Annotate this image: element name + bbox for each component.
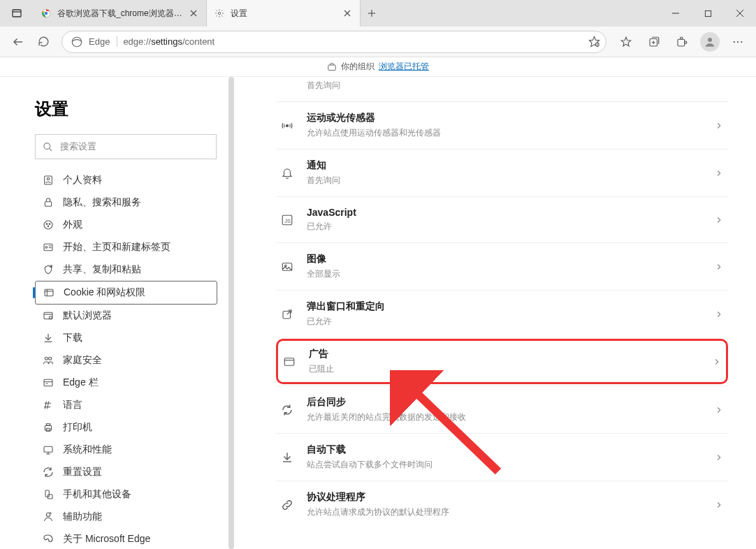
setting-sub: 首先询问 [307, 80, 724, 92]
setting-item-0[interactable]: 首先询问 [276, 77, 728, 101]
sidebar-item-6[interactable]: 默认浏览器 [35, 305, 217, 327]
chevron-right-icon [714, 121, 724, 131]
setting-title: 自动下载 [307, 444, 702, 456]
setting-item-js[interactable]: JSJavaScript已允许 [276, 196, 728, 242]
svg-rect-54 [44, 379, 52, 386]
svg-point-30 [737, 41, 739, 42]
svg-rect-26 [681, 37, 683, 39]
setting-item-download[interactable]: 自动下载站点尝试自动下载多个文件时询问 [276, 433, 728, 481]
settings-content: 首先询问运动或光传感器允许站点使用运动传感器和光传感器通知首先询问JSJavaS… [234, 77, 756, 549]
svg-point-28 [708, 38, 712, 42]
sidebar-item-15[interactable]: 辅助功能 [35, 506, 217, 528]
setting-title: 弹出窗口和重定向 [307, 300, 702, 313]
setting-item-ad[interactable]: 广告已阻止 [276, 339, 728, 384]
sidebar-item-5[interactable]: Cookie 和网站权限 [35, 281, 217, 305]
sidebar-scrollbar[interactable] [228, 77, 234, 549]
nav-label: 下载 [63, 332, 82, 344]
extensions-icon[interactable] [669, 29, 695, 54]
search-icon [43, 142, 53, 152]
favorites-icon[interactable] [613, 29, 639, 54]
nav-icon [43, 286, 55, 299]
sidebar-item-14[interactable]: 手机和其他设备 [35, 483, 217, 506]
nav-icon [42, 332, 54, 344]
sidebar-item-8[interactable]: 家庭安全 [35, 349, 217, 372]
nav-icon [42, 444, 54, 456]
sidebar-item-4[interactable]: 共享、复制和粘贴 [35, 258, 217, 281]
refresh-button[interactable] [31, 29, 56, 54]
setting-title: 协议处理程序 [307, 491, 702, 504]
setting-item-bell[interactable]: 通知首先询问 [276, 149, 728, 196]
setting-item-sync[interactable]: 后台同步允许最近关闭的站点完成数据的发送和接收 [276, 386, 728, 433]
sidebar-item-9[interactable]: Edge 栏 [35, 372, 217, 394]
nav-icon [42, 399, 54, 411]
new-tab-button[interactable] [361, 0, 383, 27]
favorite-button[interactable] [581, 29, 606, 54]
setting-item-sensor[interactable]: 运动或光传感器允许站点使用运动传感器和光传感器 [276, 101, 728, 149]
tab-overview-button[interactable] [0, 0, 34, 27]
sidebar-item-13[interactable]: 重置设置 [35, 461, 217, 483]
sidebar-item-0[interactable]: 个人资料 [35, 169, 217, 191]
settings-sidebar: 设置 搜索设置 个人资料隐私、搜索和服务外观开始、主页和新建标签页共享、复制和粘… [0, 77, 234, 549]
svg-line-72 [287, 310, 291, 314]
back-button[interactable] [6, 29, 31, 54]
sidebar-item-11[interactable]: 打印机 [35, 416, 217, 439]
chevron-right-icon [714, 453, 724, 462]
setting-title: JavaScript [307, 207, 702, 218]
more-icon[interactable] [725, 29, 750, 54]
sidebar-item-10[interactable]: 语言 [35, 394, 217, 416]
setting-item-protocol[interactable]: 协议处理程序允许站点请求成为协议的默认处理程序 [276, 481, 728, 528]
profile-avatar[interactable] [697, 29, 722, 54]
js-icon: JS [280, 213, 294, 227]
setting-title: 广告 [309, 348, 699, 360]
banner-link[interactable]: 浏览器已托管 [379, 61, 429, 73]
svg-marker-21 [621, 37, 631, 46]
svg-point-6 [218, 12, 221, 15]
sidebar-item-2[interactable]: 外观 [35, 214, 217, 236]
nav-label: 手机和其他设备 [63, 488, 131, 501]
tab-settings[interactable]: 设置 [207, 0, 361, 27]
svg-rect-37 [45, 202, 51, 207]
svg-point-29 [734, 41, 735, 42]
address-bar[interactable]: Edge edge://settings/content [61, 31, 606, 53]
svg-point-38 [44, 221, 52, 229]
svg-rect-58 [46, 424, 50, 426]
setting-title: 通知 [307, 159, 702, 172]
close-icon[interactable] [342, 8, 353, 19]
nav-icon [42, 354, 54, 367]
svg-point-43 [45, 247, 48, 249]
nav-icon [42, 376, 54, 389]
image-icon [280, 260, 294, 274]
chevron-right-icon [714, 215, 724, 225]
setting-item-image[interactable]: 图像全部显示 [276, 242, 728, 290]
svg-rect-44 [45, 289, 53, 295]
minimize-button[interactable] [660, 0, 692, 27]
nav-label: Edge 栏 [63, 376, 99, 389]
svg-rect-63 [45, 490, 49, 497]
search-input[interactable]: 搜索设置 [35, 134, 217, 159]
setting-sub: 允许站点使用运动传感器和光传感器 [307, 127, 702, 139]
window-controls [660, 0, 756, 27]
setting-sub: 允许站点请求成为协议的默认处理程序 [307, 506, 702, 518]
sidebar-item-7[interactable]: 下载 [35, 327, 217, 349]
svg-rect-59 [46, 428, 50, 431]
nav-icon [42, 263, 54, 276]
sidebar-item-16[interactable]: 关于 Microsoft Edge [35, 528, 217, 549]
sidebar-item-3[interactable]: 开始、主页和新建标签页 [35, 236, 217, 258]
nav-label: Cookie 和网站权限 [64, 286, 145, 299]
briefcase-icon [327, 62, 337, 72]
chevron-right-icon [714, 262, 724, 272]
svg-point-16 [72, 37, 82, 47]
setting-title: 运动或光传感器 [307, 112, 702, 124]
collections-icon[interactable] [641, 29, 667, 54]
setting-item-popup[interactable]: 弹出窗口和重定向已允许 [276, 290, 728, 337]
close-icon[interactable] [188, 8, 199, 19]
nav-icon [42, 421, 54, 434]
tab-chrome-download[interactable]: 谷歌浏览器下载_chrome浏览器… [34, 0, 207, 27]
toolbar: Edge edge://settings/content [0, 27, 756, 57]
close-window-button[interactable] [724, 0, 756, 27]
sidebar-item-1[interactable]: 隐私、搜索和服务 [35, 191, 217, 214]
svg-point-40 [49, 224, 50, 225]
maximize-button[interactable] [692, 0, 724, 27]
sidebar-item-12[interactable]: 系统和性能 [35, 439, 217, 461]
nav-label: 默认浏览器 [63, 309, 112, 322]
